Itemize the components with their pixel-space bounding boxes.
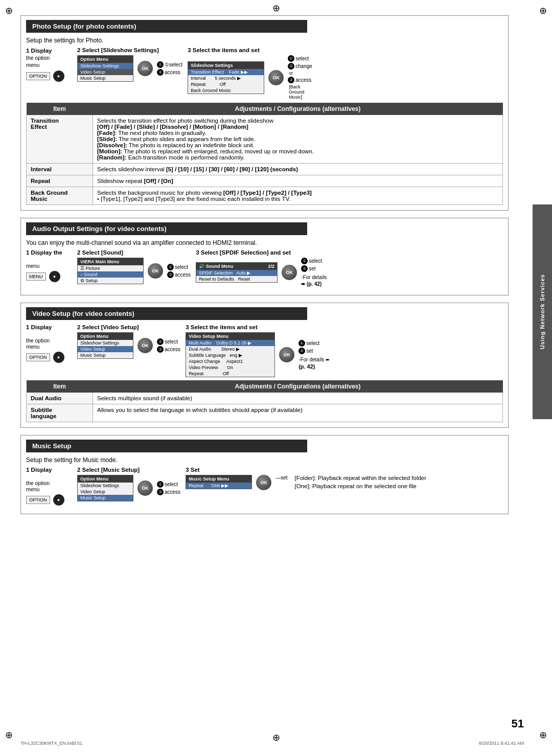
photo-step2: 2 Select [Slideshow Settings] Option Men… [77,47,182,82]
audio-step3-menu: 🔊 Sound Menu2/2 SPDIF Selection Auto ▶ R… [196,262,278,283]
photo-step3-arrows: ①select ②change or ②access [BackGroundMu… [288,55,312,100]
photo-step3-menu-header: Slideshow Settings [188,62,264,69]
audio-menu-setup: ⚙ Setup [78,278,143,284]
music-step3-notes: [Folder]: Playback repeat within the sel… [294,475,426,489]
video-steps: 1 Display the option menu OPTION ● 2 Sel… [26,324,503,377]
photo-step2-label: 2 Select [Slideshow Settings] [77,47,159,53]
photo-row0-desc: Selects the transition effect for photo … [93,115,503,164]
photo-step2-ok[interactable]: OK [137,61,153,76]
photo-row1-item: Interval [27,164,93,175]
table-row: Interval Selects slideshow interval [5] … [27,164,503,175]
video-step3: 3 Select the items and set Video Setup M… [186,324,330,377]
video-step1-sub: the option menu [26,337,50,350]
audio-spdif-row: SPDIF Selection Auto ▶ [196,270,277,276]
video-menu-repeat: Repeat Off [186,371,274,377]
photo-step2-menu-item-0: Slideshow Settings [78,63,133,69]
audio-reset-row: Reset to Defaults Reset [196,276,277,282]
video-step2-menu: Option Menu Slideshow Settings Video Set… [77,332,133,359]
table-row: Dual Audio Selects multiplex sound (if a… [27,393,503,404]
music-step3-menu-header: Music Setup Menu [186,475,251,483]
video-step2-label: 2 Select [Video Setup] [77,324,139,330]
photo-row1-desc: Selects slideshow interval [5] / [10] / … [93,164,503,175]
table-row: Repeat Slideshow repeat [Off] / [On] [27,175,503,187]
video-step1-btn: ● [53,352,64,363]
music-setup-section: Music Setup Setup the setting for Music … [20,435,509,514]
sidebar-right: Using Network Services [533,204,552,419]
photo-table-adj-header: Adjustments / Configurations (alternativ… [93,103,503,115]
video-step3-menu: Video Setup Menu Multi Audio Dolby D 5.1… [186,332,275,377]
video-table-item-header: Item [27,380,93,393]
reg-mark-top-left: ⊕ [5,5,13,16]
video-menu-item-1: Video Setup [78,346,133,352]
audio-step2-menu: VIERA Main Menu ☰ Picture ♪ Sound ⚙ Setu… [77,258,144,284]
video-step2: 2 Select [Video Setup] Option Menu Slide… [77,324,180,359]
audio-step3-menu-header: 🔊 Sound Menu2/2 [196,263,277,270]
table-row: TransitionEffect Selects the transition … [27,115,503,164]
audio-step1-btn: ● [49,271,60,282]
video-menu-subtitle: Subtitle Language eng ▶ [186,352,274,358]
reg-mark-bottom-left: ⊕ [5,729,13,741]
music-setup-intro: Setup the setting for Music mode. [26,456,503,464]
video-row0-desc: Selects multiplex sound (if available) [93,393,503,404]
table-row: Subtitlelanguage Allows you to select th… [27,404,503,422]
music-step2: 2 Select [Music Setup] Option Menu Slide… [77,467,180,501]
video-menu-aspect: Aspect Change Aspect1 [186,358,274,364]
music-step3-arrows: —set [275,475,287,480]
photo-step2-menu: Option Menu Slideshow Settings Video Set… [77,55,133,82]
video-step3-ok[interactable]: OK [279,347,294,362]
audio-steps: 1 Display the menu MENU ● 2 Select [Soun… [26,249,503,287]
music-one-note: [One]: Playback repeat on the selected o… [294,483,426,489]
photo-step3: 3 Select the items and set Slideshow Set… [188,47,312,100]
photo-table-item-header: Item [27,103,93,115]
music-step1-icon: OPTION [26,496,50,504]
page-number: 51 [512,717,524,730]
table-row: Back GroundMusic Selects the background … [27,187,503,205]
photo-setup-steps: 1 Display the option menu OPTION ● 2 Sel… [26,47,503,100]
photo-step3-ok[interactable]: OK [268,70,284,85]
music-step3-menu: Music Setup Menu Repeat One ▶▶ [186,475,252,489]
audio-menu-picture: ☰ Picture [78,265,143,271]
video-table-adj-header: Adjustments / Configurations (alternativ… [93,380,503,393]
music-folder-note: [Folder]: Playback repeat within the sel… [294,475,426,481]
photo-step1: 1 Display the option menu OPTION ● [26,47,72,82]
photo-step2-menu-item-2: Music Setup [78,75,133,81]
music-step1: 1 Display the option menu OPTION ● [26,467,72,506]
photo-step3-row-2: Repeat Off [188,81,264,87]
music-menu-item-1: Video Setup [78,489,133,495]
video-row1-item: Subtitlelanguage [27,404,93,422]
audio-output-header: Audio Output Settings (for video content… [26,222,307,235]
photo-step2-menu-item-1: Video Setup [78,69,133,75]
photo-row0-item: TransitionEffect [27,115,93,164]
sidebar-label: Using Network Services [539,274,545,349]
video-row1-desc: Allows you to select the language in whi… [93,404,503,422]
music-menu-item-0: Slideshow Settings [78,483,133,489]
video-step3-arrows: ①select ②set ◦For details ➨ (p. 42) [298,340,330,370]
audio-output-intro: You can enjoy the multi-channel sound vi… [26,239,503,246]
video-setup-section: Video Setup (for video contents) 1 Displ… [20,303,509,428]
audio-step2: 2 Select [Sound] VIERA Main Menu ☰ Pictu… [77,249,191,284]
video-step3-menu-header: Video Setup Menu [186,333,274,340]
video-step1-icon: OPTION [26,353,50,361]
video-menu-multi: Multi Audio Dolby D 5.1 ch ▶ [186,340,274,346]
audio-step3-arrows: ①select ②set ◦For details ➨ (p. 42) [301,258,327,287]
footer-right: 6/20/2011 8:41:41 AM [479,741,524,746]
photo-row3-item: Back GroundMusic [27,187,93,205]
photo-step1-btn: ● [53,71,64,82]
audio-step2-arrows: ①select ②access [167,264,191,278]
audio-step2-ok[interactable]: OK [148,263,163,279]
video-step1: 1 Display the option menu OPTION ● [26,324,72,363]
audio-step1: 1 Display the menu MENU ● [26,249,72,282]
photo-row3-desc: Selects the background music for photo v… [93,187,503,205]
audio-step2-menu-header: VIERA Main Menu [78,258,143,265]
video-menu-preview: Video Preview On [186,364,274,371]
video-step2-ok[interactable]: OK [137,338,153,353]
photo-row2-item: Repeat [27,175,93,187]
reg-mark-top-center: ⊕ [272,3,280,14]
music-step2-ok[interactable]: OK [137,480,153,496]
music-step2-arrows: ①select ②access [157,481,180,495]
music-menu-item-2: Music Setup [78,495,133,501]
video-row0-item: Dual Audio [27,393,93,404]
music-step3-ok[interactable]: OK [256,475,271,490]
photo-row2-desc: Slideshow repeat [Off] / [On] [93,175,503,187]
audio-step3-ok[interactable]: OK [282,265,297,280]
